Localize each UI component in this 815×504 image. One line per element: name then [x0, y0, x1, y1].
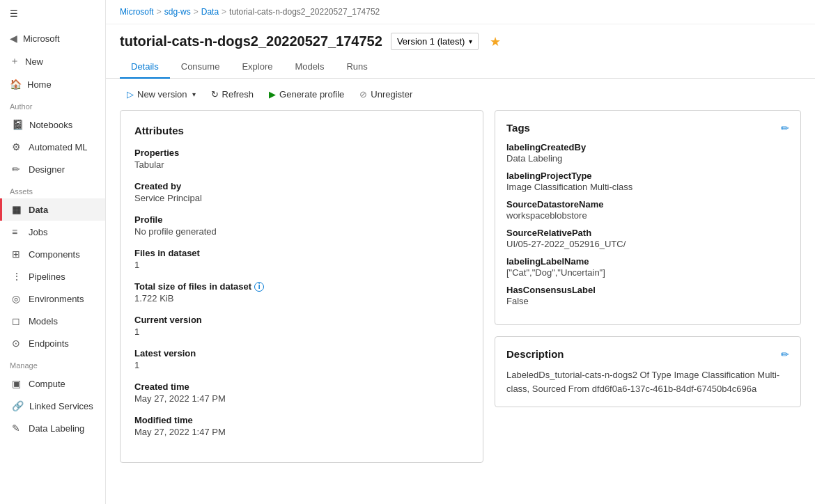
attr-files-value: 1: [134, 260, 469, 270]
breadcrumb: Microsoft > sdg-ws > Data > tutorial-cat…: [106, 0, 815, 24]
right-panel: Tags ✏ labelingCreatedBy Data Labeling l…: [495, 110, 801, 490]
sidebar-item-home[interactable]: 🏠 Home: [0, 73, 105, 95]
sidebar-item-components[interactable]: ⊞ Components: [0, 243, 105, 265]
attr-latest-version-value: 1: [134, 360, 469, 370]
sidebar-item-new[interactable]: ＋ New: [0, 49, 105, 73]
data-labeling-icon: ✎: [12, 423, 23, 434]
attr-properties: Properties Tabular: [134, 148, 469, 170]
tag-value-4: ["Cat","Dog","Uncertain"]: [506, 267, 789, 278]
attr-modified-time-value: May 27, 2022 1:47 PM: [134, 427, 469, 437]
chevron-down-icon: ▾: [469, 38, 472, 45]
plus-icon: ＋: [10, 55, 20, 68]
favorite-button[interactable]: ★: [487, 34, 504, 49]
info-icon[interactable]: i: [254, 282, 264, 292]
attr-created-time: Created time May 27, 2022 1:47 PM: [134, 381, 469, 404]
tab-explore[interactable]: Explore: [231, 56, 284, 79]
jobs-icon: ≡: [12, 226, 23, 237]
description-card-title: Description: [506, 348, 564, 360]
tag-value-1: Image Classification Multi-class: [506, 182, 789, 192]
star-icon: ★: [490, 35, 501, 49]
tags-card-header: Tags ✏: [506, 122, 789, 134]
sidebar-microsoft-label: Microsoft: [23, 33, 60, 44]
main-content: Microsoft > sdg-ws > Data > tutorial-cat…: [106, 0, 815, 504]
attributes-card: Attributes Properties Tabular Created by…: [120, 110, 483, 463]
designer-icon: ✏: [12, 164, 23, 175]
content-area: Attributes Properties Tabular Created by…: [106, 110, 815, 504]
tag-key-1: labelingProjectType: [506, 171, 789, 181]
back-icon: ◀: [10, 33, 17, 44]
attr-current-version: Current version 1: [134, 315, 469, 337]
attr-profile-value: No profile generated: [134, 226, 469, 237]
refresh-icon: ↻: [211, 89, 219, 100]
tag-value-0: Data Labeling: [506, 153, 789, 164]
attr-created-by: Created by Service Principal: [134, 181, 469, 203]
sidebar-item-compute[interactable]: ▣ Compute: [0, 372, 105, 395]
breadcrumb-sep-1: >: [157, 7, 162, 17]
data-icon: ▦: [12, 204, 23, 215]
sidebar-item-endpoints[interactable]: ⊙ Endpoints: [0, 332, 105, 354]
refresh-button[interactable]: ↻ Refresh: [204, 86, 261, 103]
left-panel: Attributes Properties Tabular Created by…: [120, 110, 483, 490]
attr-created-time-label: Created time: [134, 381, 469, 392]
sidebar-item-pipelines[interactable]: ⋮ Pipelines: [0, 265, 105, 288]
breadcrumb-current: tutorial-cats-n-dogs2_20220527_174752: [229, 7, 380, 17]
sidebar-item-microsoft[interactable]: ◀ Microsoft: [0, 27, 105, 49]
components-icon: ⊞: [12, 249, 23, 260]
generate-profile-button[interactable]: ▶ Generate profile: [262, 86, 351, 103]
tab-details[interactable]: Details: [120, 56, 170, 79]
sidebar-item-data[interactable]: ▦ Data: [0, 198, 105, 221]
sidebar-item-data-labeling[interactable]: ✎ Data Labeling: [0, 417, 105, 439]
tab-consume[interactable]: Consume: [170, 56, 231, 79]
tag-value-2: workspaceblobstore: [506, 210, 789, 221]
tabs-bar: Details Consume Explore Models Runs: [106, 56, 815, 79]
breadcrumb-sdg-ws[interactable]: sdg-ws: [164, 7, 191, 17]
attr-profile-label: Profile: [134, 214, 469, 225]
attr-properties-label: Properties: [134, 148, 469, 158]
tag-row-2: SourceDatastoreName workspaceblobstore: [506, 199, 789, 221]
tags-edit-button[interactable]: ✏: [781, 123, 789, 134]
environments-icon: ◎: [12, 293, 23, 304]
description-card-header: Description ✏: [506, 348, 789, 360]
home-icon: 🏠: [10, 79, 22, 90]
tab-models[interactable]: Models: [284, 56, 335, 79]
page-header: tutorial-cats-n-dogs2_20220527_174752 Ve…: [106, 24, 815, 50]
sidebar-item-notebooks[interactable]: 📓 Notebooks: [0, 113, 105, 136]
models-icon: ◻: [12, 315, 23, 326]
tag-key-4: labelingLabelName: [506, 256, 789, 267]
pipelines-icon: ⋮: [12, 271, 23, 282]
hamburger-icon: ☰: [10, 8, 18, 19]
sidebar-new-label: New: [25, 56, 43, 67]
breadcrumb-microsoft[interactable]: Microsoft: [120, 7, 154, 17]
sidebar-item-designer[interactable]: ✏ Designer: [0, 158, 105, 180]
tag-row-5: HasConsensusLabel False: [506, 285, 789, 306]
description-edit-button[interactable]: ✏: [781, 349, 789, 360]
version-label: Version 1 (latest): [397, 36, 465, 47]
attr-profile: Profile No profile generated: [134, 214, 469, 237]
unregister-button[interactable]: ⊘ Unregister: [352, 86, 419, 103]
breadcrumb-sep-3: >: [222, 7, 226, 17]
sidebar-item-automated-ml[interactable]: ⚙ Automated ML: [0, 136, 105, 158]
breadcrumb-data[interactable]: Data: [201, 7, 219, 17]
assets-section-label: Assets: [0, 180, 105, 198]
tab-runs[interactable]: Runs: [335, 56, 378, 79]
sidebar-item-environments[interactable]: ◎ Environments: [0, 288, 105, 310]
sidebar-item-models[interactable]: ◻ Models: [0, 310, 105, 332]
tag-key-2: SourceDatastoreName: [506, 199, 789, 210]
sidebar-item-jobs[interactable]: ≡ Jobs: [0, 221, 105, 243]
manage-section-label: Manage: [0, 354, 105, 372]
attr-modified-time-label: Modified time: [134, 415, 469, 425]
attr-properties-value: Tabular: [134, 159, 469, 170]
linked-services-icon: 🔗: [12, 400, 24, 411]
attr-created-by-value: Service Principal: [134, 193, 469, 203]
hamburger-button[interactable]: ☰: [0, 0, 105, 27]
new-version-button[interactable]: ▷ New version: [120, 86, 203, 103]
author-section-label: Author: [0, 95, 105, 113]
version-dropdown[interactable]: Version 1 (latest) ▾: [391, 33, 479, 50]
breadcrumb-sep-2: >: [194, 7, 199, 17]
automatedml-icon: ⚙: [12, 141, 23, 152]
sidebar-item-linked-services[interactable]: 🔗 Linked Services: [0, 395, 105, 417]
tag-key-0: labelingCreatedBy: [506, 142, 789, 152]
tag-value-5: False: [506, 296, 789, 306]
attr-created-time-value: May 27, 2022 1:47 PM: [134, 393, 469, 404]
toolbar: ▷ New version ↻ Refresh ▶ Generate profi…: [106, 79, 815, 110]
